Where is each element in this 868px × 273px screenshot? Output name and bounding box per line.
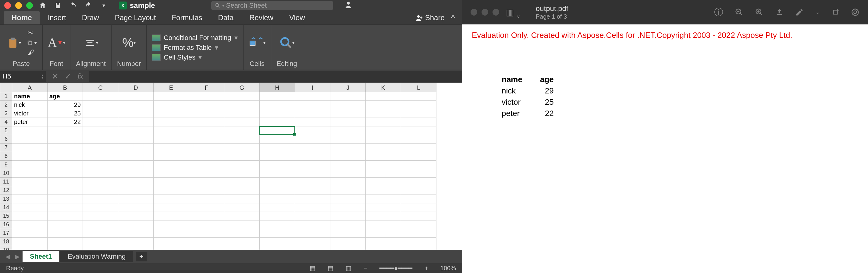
cell-E6[interactable] [154,135,189,143]
cell-B16[interactable] [48,220,83,229]
cell-K7[interactable] [366,143,401,152]
cell-F5[interactable] [189,127,224,135]
row-header-9[interactable]: 9 [0,161,12,169]
cell-J17[interactable] [330,229,366,238]
cell-C11[interactable] [83,178,118,186]
cell-H18[interactable] [260,238,295,246]
markup-icon[interactable] [795,8,804,17]
column-header-A[interactable]: A [12,83,48,92]
cell-H3[interactable] [260,109,295,118]
cell-I15[interactable] [295,212,330,220]
column-header-J[interactable]: J [330,83,366,92]
cell-A8[interactable] [12,152,48,161]
cell-G11[interactable] [224,178,260,186]
home-icon[interactable] [37,0,48,11]
cell-I6[interactable] [295,135,330,143]
add-sheet-button[interactable]: + [136,252,147,262]
cell-H19[interactable] [260,246,295,250]
cell-A19[interactable] [12,246,48,250]
cell-F19[interactable] [189,246,224,250]
info-icon[interactable]: ⓘ [714,6,723,19]
cell-L6[interactable] [401,135,436,143]
cells-icon[interactable]: ▾ [249,34,266,51]
cell-E12[interactable] [154,186,189,195]
pdf-close-button[interactable] [471,9,477,16]
sheet-nav-next-icon[interactable]: ▶ [13,253,21,260]
format-as-table-button[interactable]: Format as Table▾ [152,44,218,52]
cell-E2[interactable] [154,101,189,109]
minimize-window-button[interactable] [15,2,22,9]
cell-K8[interactable] [366,152,401,161]
cell-J11[interactable] [330,178,366,186]
cell-H9[interactable] [260,161,295,169]
cell-F8[interactable] [189,152,224,161]
sheet-tab-evaluation-warning[interactable]: Evaluation Warning [60,251,133,262]
cell-H16[interactable] [260,220,295,229]
cell-K17[interactable] [366,229,401,238]
row-header-15[interactable]: 15 [0,212,12,220]
cell-A17[interactable] [12,229,48,238]
cell-G19[interactable] [224,246,260,250]
cell-C4[interactable] [83,118,118,127]
cell-I4[interactable] [295,118,330,127]
row-header-17[interactable]: 17 [0,229,12,238]
zoom-slider[interactable]: ━━━━●━━━━ [379,265,412,272]
cell-A11[interactable] [12,178,48,186]
maximize-window-button[interactable] [26,2,33,9]
cell-E7[interactable] [154,143,189,152]
conditional-formatting-button[interactable]: Conditional Formatting▾ [152,34,238,42]
cell-I9[interactable] [295,161,330,169]
cell-G13[interactable] [224,195,260,203]
cell-I7[interactable] [295,143,330,152]
cell-B8[interactable] [48,152,83,161]
cell-B14[interactable] [48,203,83,212]
cell-L13[interactable] [401,195,436,203]
cell-G18[interactable] [224,238,260,246]
cell-K9[interactable] [366,161,401,169]
zoom-in-button[interactable]: + [425,265,428,272]
zoom-in-icon[interactable] [755,8,764,17]
cell-A16[interactable] [12,220,48,229]
cell-D18[interactable] [118,238,154,246]
cell-G7[interactable] [224,143,260,152]
cell-E16[interactable] [154,220,189,229]
cell-L10[interactable] [401,169,436,178]
cell-E10[interactable] [154,169,189,178]
cell-C10[interactable] [83,169,118,178]
cell-F2[interactable] [189,101,224,109]
cell-D8[interactable] [118,152,154,161]
cell-F15[interactable] [189,212,224,220]
cell-L9[interactable] [401,161,436,169]
cell-D3[interactable] [118,109,154,118]
cell-L3[interactable] [401,109,436,118]
cell-K5[interactable] [366,127,401,135]
cell-G16[interactable] [224,220,260,229]
cell-H10[interactable] [260,169,295,178]
cell-I5[interactable] [295,127,330,135]
cell-C19[interactable] [83,246,118,250]
cell-K10[interactable] [366,169,401,178]
cell-G9[interactable] [224,161,260,169]
cell-D4[interactable] [118,118,154,127]
cell-B11[interactable] [48,178,83,186]
cell-G1[interactable] [224,92,260,101]
cell-H17[interactable] [260,229,295,238]
cut-icon[interactable]: ✂ [27,29,37,37]
cell-I11[interactable] [295,178,330,186]
cell-B3[interactable]: 25 [48,109,83,118]
cell-J18[interactable] [330,238,366,246]
cell-L19[interactable] [401,246,436,250]
cell-G3[interactable] [224,109,260,118]
row-header-8[interactable]: 8 [0,152,12,161]
tab-formulas[interactable]: Formulas [164,11,210,24]
redo-icon[interactable] [83,0,94,11]
cell-L7[interactable] [401,143,436,152]
cell-A2[interactable]: nick [12,101,48,109]
cell-H1[interactable] [260,92,295,101]
cell-B17[interactable] [48,229,83,238]
row-header-4[interactable]: 4 [0,118,12,127]
cell-D7[interactable] [118,143,154,152]
pdf-maximize-button[interactable] [493,9,499,16]
cell-A7[interactable] [12,143,48,152]
cell-D13[interactable] [118,195,154,203]
